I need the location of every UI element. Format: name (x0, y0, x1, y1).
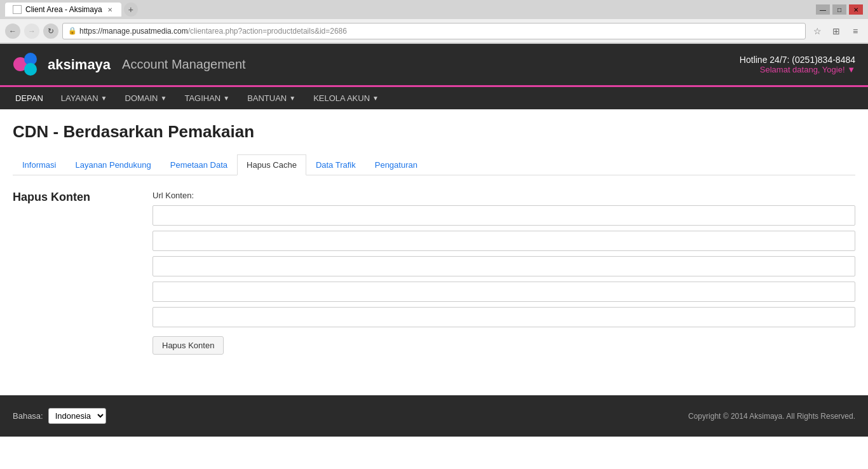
browser-toolbar: ← → ↻ 🔒 https://manage.pusatmedia.com/cl… (0, 19, 868, 43)
url-inputs-container (153, 205, 855, 327)
tab-hapus-cache[interactable]: Hapus Cache (237, 154, 306, 175)
footer-lang: Bahasa: Indonesia (13, 408, 106, 424)
tab-close-btn[interactable]: ✕ (106, 6, 114, 13)
nav-item-bantuan[interactable]: BANTUAN ▼ (238, 87, 304, 109)
lock-icon: 🔒 (68, 27, 77, 35)
url-input-5[interactable] (153, 307, 855, 327)
url-path: /clientarea.php?action=productdetails&id… (188, 27, 347, 36)
app-header: aksimaya Account Management Hotline 24/7… (0, 44, 868, 85)
hotline-text: Hotline 24/7: (0251)834-8484 (740, 55, 855, 65)
tab-bar: Informasi Layanan Pendukung Pemetaan Dat… (13, 154, 855, 175)
hapus-konten-button[interactable]: Hapus Konten (153, 336, 224, 355)
tab-informasi[interactable]: Informasi (13, 154, 65, 175)
new-tab-button[interactable]: + (124, 3, 138, 17)
address-bar[interactable]: 🔒 https://manage.pusatmedia.com/clientar… (62, 23, 806, 39)
minimize-button[interactable]: — (816, 4, 830, 15)
extensions-button[interactable]: ⊞ (829, 24, 844, 39)
nav-label-kelola-akun: KELOLA AKUN (313, 93, 370, 103)
domain-dropdown-icon: ▼ (161, 95, 167, 102)
logo-area: aksimaya Account Management (13, 50, 246, 79)
header-right: Hotline 24/7: (0251)834-8484 Selamat dat… (740, 55, 855, 74)
main-content: CDN - Berdasarkan Pemakaian Informasi La… (0, 109, 868, 395)
content-left: Hapus Konten (13, 191, 140, 355)
url-input-2[interactable] (153, 231, 855, 251)
footer-copyright: Copyright © 2014 Aksimaya. All Rights Re… (688, 412, 855, 421)
tab-pengaturan[interactable]: Pengaturan (365, 154, 427, 175)
close-button[interactable]: ✕ (849, 4, 863, 15)
logo-icon (13, 50, 41, 79)
nav-label-bantuan: BANTUAN (247, 93, 287, 103)
reload-button[interactable]: ↻ (43, 24, 58, 39)
url-label: Url Konten: (153, 191, 855, 200)
nav-label-layanan: LAYANAN (61, 93, 98, 103)
kelola-akun-dropdown-icon: ▼ (372, 95, 379, 102)
maximize-button[interactable]: □ (832, 4, 846, 15)
tab-content: Hapus Konten Url Konten: Hapus Konten (13, 191, 855, 355)
main-navbar: DEPAN LAYANAN ▼ DOMAIN ▼ TAGIHAN ▼ BANTU… (0, 85, 868, 109)
section-title: Hapus Konten (13, 191, 140, 204)
url-input-4[interactable] (153, 282, 855, 302)
url-base: https://manage.pusatmedia.com (79, 27, 188, 36)
lang-label: Bahasa: (13, 411, 43, 421)
tab-pemetaan-data[interactable]: Pemetaan Data (161, 154, 237, 175)
tab-data-trafik[interactable]: Data Trafik (306, 154, 365, 175)
browser-titlebar: Client Area - Aksimaya ✕ + — □ ✕ (0, 0, 868, 19)
back-button[interactable]: ← (5, 24, 20, 39)
browser-chrome: Client Area - Aksimaya ✕ + — □ ✕ ← → ↻ 🔒… (0, 0, 868, 44)
nav-item-depan[interactable]: DEPAN (6, 87, 52, 109)
language-select[interactable]: Indonesia (48, 408, 106, 424)
nav-item-tagihan[interactable]: TAGIHAN ▼ (175, 87, 238, 109)
header-title: Account Management (122, 57, 246, 72)
tagihan-dropdown-icon: ▼ (223, 95, 229, 102)
nav-label-tagihan: TAGIHAN (184, 93, 220, 103)
nav-label-domain: DOMAIN (125, 93, 158, 103)
footer: Bahasa: Indonesia Copyright © 2014 Aksim… (0, 395, 868, 437)
tab-title: Client Area - Aksimaya (25, 5, 102, 14)
nav-label-depan: DEPAN (15, 93, 43, 103)
window-controls: — □ ✕ (816, 4, 863, 15)
bookmark-button[interactable]: ☆ (810, 24, 825, 39)
content-right: Url Konten: Hapus Konten (153, 191, 855, 355)
nav-item-kelola-akun[interactable]: KELOLA AKUN ▼ (304, 87, 388, 109)
url-input-3[interactable] (153, 256, 855, 276)
url-text: https://manage.pusatmedia.com/clientarea… (79, 27, 347, 36)
nav-item-layanan[interactable]: LAYANAN ▼ (52, 87, 116, 109)
nav-item-domain[interactable]: DOMAIN ▼ (116, 87, 176, 109)
welcome-text[interactable]: Selamat datang, Yogie! ▼ (740, 65, 855, 74)
logo-text: aksimaya (48, 57, 111, 73)
bantuan-dropdown-icon: ▼ (289, 95, 295, 102)
page-title: CDN - Berdasarkan Pemakaian (13, 122, 855, 142)
tab-favicon (13, 5, 22, 14)
url-input-1[interactable] (153, 205, 855, 226)
menu-button[interactable]: ≡ (848, 24, 863, 39)
svg-point-2 (24, 63, 37, 76)
layanan-dropdown-icon: ▼ (101, 95, 107, 102)
tab-layanan-pendukung[interactable]: Layanan Pendukung (65, 154, 160, 175)
forward-button[interactable]: → (24, 24, 39, 39)
browser-tab[interactable]: Client Area - Aksimaya ✕ (5, 3, 121, 17)
